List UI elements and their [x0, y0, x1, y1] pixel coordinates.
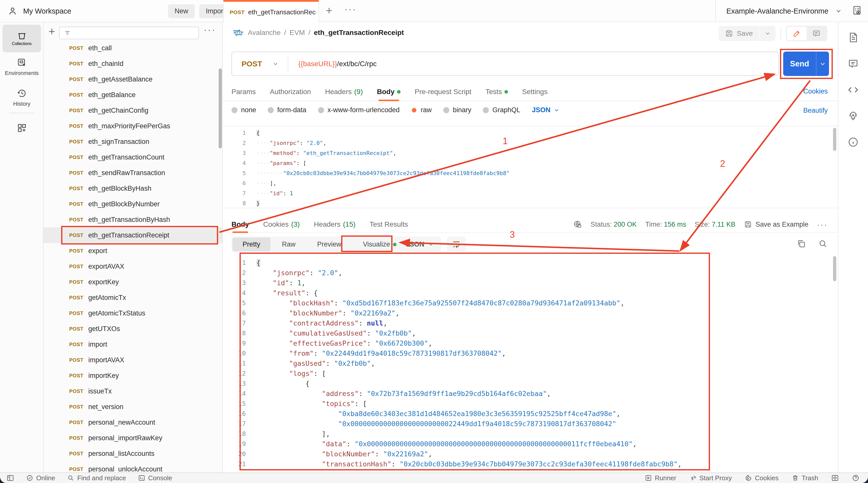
documentation-icon[interactable] [847, 32, 859, 43]
request-editor-scrollbar[interactable] [833, 128, 836, 151]
sidebar-request-item[interactable]: POSTeth_maxPriorityFeePerGas [43, 118, 223, 134]
info-icon[interactable] [847, 136, 859, 148]
rail-item-environments[interactable]: Environments [0, 57, 43, 76]
sidebar-request-item[interactable]: POSTpersonal_unlockAccount [43, 461, 223, 473]
save-button[interactable]: Save [718, 26, 775, 41]
response-body-viewer[interactable]: 1{2 "jsonrpc": "2.0",3 "id": 1,4 "result… [223, 254, 838, 473]
response-view-raw[interactable]: Raw [272, 237, 306, 251]
console-button[interactable]: Console [138, 474, 172, 482]
method-selector[interactable]: POST [232, 60, 272, 68]
breadcrumb-folder[interactable]: EVM [289, 29, 305, 37]
response-tab-headers[interactable]: Headers(15) [314, 216, 355, 232]
response-format-selector[interactable]: JSON [399, 236, 441, 252]
body-mode-GraphQL[interactable]: GraphQL [483, 106, 520, 114]
environment-quick-look-icon[interactable] [851, 5, 863, 17]
sidebar-request-item[interactable]: POSTeth_sendRawTransaction [43, 165, 223, 181]
sidebar-request-item[interactable]: POSTeth_getTransactionReceipt [43, 227, 223, 243]
request-tab-pre-request-script[interactable]: Pre-request Script [415, 83, 471, 101]
request-tab-authorization[interactable]: Authorization [270, 83, 311, 101]
sidebar-more-actions-icon[interactable]: ··· [204, 24, 216, 35]
beautify-link[interactable]: Beautify [803, 107, 828, 115]
filter-requests-input[interactable] [59, 27, 199, 39]
rail-item-collections[interactable]: Collections [2, 25, 41, 52]
sidebar-request-item[interactable]: POSTexport [43, 243, 223, 259]
sidebar-request-item[interactable]: POSTpersonal_newAccount [43, 415, 223, 430]
search-icon[interactable] [818, 239, 828, 249]
sidebar-request-item[interactable]: POSTeth_getBlockByNumber [43, 196, 223, 212]
body-mode-binary[interactable]: binary [443, 106, 471, 114]
configure-workspace-sidebar-button[interactable] [0, 123, 43, 133]
sidebar-scrollbar[interactable] [219, 68, 222, 149]
copy-icon[interactable] [797, 239, 806, 249]
sidebar-request-item[interactable]: POSTgetAtomicTxStatus [43, 305, 223, 321]
save-options-chevron-icon[interactable] [759, 27, 775, 40]
response-view-pretty[interactable]: Pretty [232, 237, 271, 251]
response-tab-cookies[interactable]: Cookies(3) [263, 216, 300, 232]
start-proxy-button[interactable]: Start Proxy [689, 474, 732, 482]
body-mode-x-www-form-urlencoded[interactable]: x-www-form-urlencoded [318, 106, 400, 114]
body-mode-raw[interactable]: raw [411, 106, 432, 114]
sidebar-request-item[interactable]: POSTgetAtomicTx [43, 290, 223, 305]
send-button[interactable]: Send [783, 52, 829, 76]
code-snippet-icon[interactable] [847, 84, 859, 96]
sidebar-request-item[interactable]: POSTeth_signTransaction [43, 134, 223, 150]
request-tab-params[interactable]: Params [231, 83, 256, 101]
sidebar-request-item[interactable]: POSTissueTx [43, 383, 223, 399]
workspace-title[interactable]: My Workspace [23, 7, 71, 15]
body-mode-none[interactable]: none [231, 106, 256, 114]
request-tab-tests[interactable]: Tests [486, 83, 508, 101]
sidebar-request-item[interactable]: POSTeth_getAssetBalance [43, 71, 223, 87]
response-tab-test-results[interactable]: Test Results [370, 216, 408, 232]
cookies-link[interactable]: Cookies [803, 88, 828, 95]
breadcrumb-request-name[interactable]: eth_getTransactionReceipt [314, 29, 404, 37]
comments-panel-icon[interactable] [847, 58, 859, 69]
tab-options-icon[interactable]: ··· [344, 3, 356, 15]
new-tab-button[interactable]: + [326, 5, 332, 16]
sidebar-request-item[interactable]: POSTimport [43, 336, 223, 352]
cookies-button[interactable]: Cookies [745, 474, 779, 482]
request-tab-settings[interactable]: Settings [522, 83, 548, 101]
sidebar-request-item[interactable]: POSTeth_chainId [43, 56, 223, 71]
sidebar-request-item[interactable]: POSTeth_getTransactionCount [43, 150, 223, 165]
request-tab-body[interactable]: Body [377, 83, 401, 101]
sidebar-request-item[interactable]: POSTeth_getBlockByHash [43, 181, 223, 196]
request-language-selector[interactable]: JSON [532, 106, 560, 114]
online-status[interactable]: Online [26, 474, 55, 482]
rail-item-history[interactable]: History [0, 88, 43, 107]
edit-mode-button[interactable] [787, 27, 807, 40]
find-and-replace-button[interactable]: Find and replace [67, 474, 126, 482]
sidebar-request-item[interactable]: POSTeth_getTransactionByHash [43, 212, 223, 227]
add-request-button[interactable]: + [49, 25, 55, 38]
response-more-actions-icon[interactable]: ··· [817, 220, 828, 229]
method-chevron-icon[interactable] [272, 61, 279, 67]
sidebar-request-item[interactable]: POSTeth_call [43, 40, 223, 56]
response-scrollbar[interactable] [833, 256, 836, 281]
save-as-example-button[interactable]: Save as Example [744, 220, 808, 228]
body-mode-form-data[interactable]: form-data [268, 106, 306, 114]
request-tab-headers[interactable]: Headers(9) [325, 83, 363, 101]
sidebar-request-item[interactable]: POSTimportKey [43, 368, 223, 383]
network-globe-icon[interactable] [573, 220, 582, 229]
wrap-lines-button[interactable] [447, 236, 466, 252]
toggle-sidebar-icon[interactable] [6, 474, 14, 482]
send-options-chevron-icon[interactable] [816, 52, 829, 76]
breadcrumb-collection[interactable]: Avalanche [248, 29, 281, 37]
sidebar-request-item[interactable]: POSTpersonal_importRawKey [43, 430, 223, 446]
sidebar-request-item[interactable]: POSTexportAVAX [43, 259, 223, 274]
sidebar-request-item[interactable]: POSTnet_version [43, 399, 223, 415]
user-icon[interactable] [7, 6, 18, 16]
help-icon[interactable] [852, 474, 860, 482]
sidebar-request-item[interactable]: POSTgetUTXOs [43, 321, 223, 336]
response-view-preview[interactable]: Preview [307, 237, 351, 251]
comments-button[interactable] [807, 27, 826, 40]
sidebar-request-item[interactable]: POSTeth_getChainConfig [43, 103, 223, 118]
url-input[interactable]: {{baseURL}}/ext/bc/C/rpc [299, 60, 377, 68]
insights-lightbulb-icon[interactable] [847, 110, 859, 122]
trash-button[interactable]: Trash [792, 474, 818, 482]
toggle-panel-icon[interactable] [831, 474, 839, 482]
environment-selector[interactable]: Example-Avalanche-Environme [715, 0, 842, 22]
sidebar-request-item[interactable]: POSTimportAVAX [43, 352, 223, 368]
sidebar-request-item[interactable]: POSTpersonal_listAccounts [43, 446, 223, 461]
sidebar-request-item[interactable]: POSTeth_getBalance [43, 87, 223, 103]
request-tab[interactable]: POST eth_getTransactionRece [223, 0, 319, 23]
